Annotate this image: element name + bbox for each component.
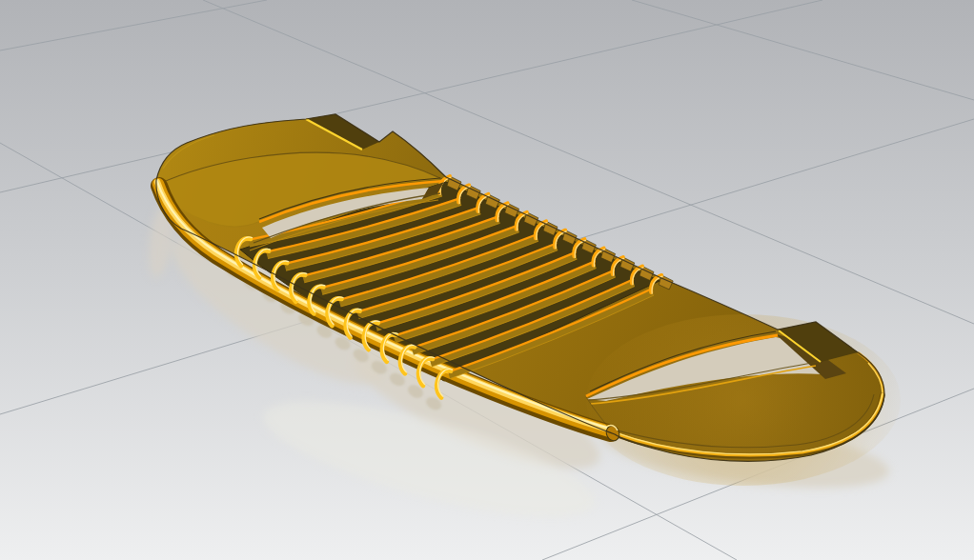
grid-line (632, 0, 974, 100)
cad-viewport[interactable] (0, 0, 974, 560)
grid-line (0, 0, 267, 50)
scene-canvas[interactable] (0, 0, 974, 560)
